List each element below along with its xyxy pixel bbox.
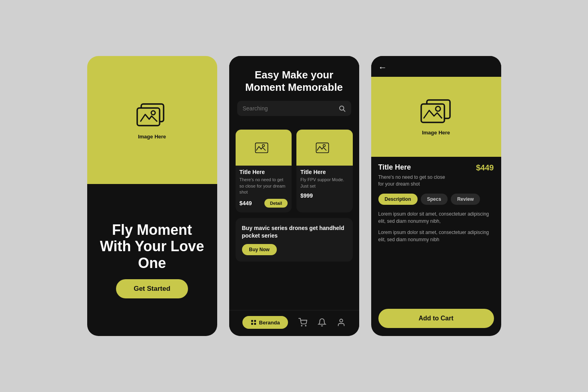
svg-rect-1 [137,108,160,126]
detail-body: Title Here There's no need to get so clo… [371,157,501,304]
add-to-cart-button[interactable]: Add to Cart [378,309,494,328]
splash-image-label: Image Here [138,134,166,140]
svg-point-13 [301,325,302,326]
tabs-row: Description Specs Review [378,194,494,205]
svg-point-14 [305,325,306,326]
detail-short-desc: There's no need to get so close for your… [378,174,446,188]
svg-rect-11 [251,323,253,325]
splash-tagline: Fly MomentWith Your LoveOne [100,222,204,271]
grid-icon [250,319,257,326]
detail-title-row: Title Here There's no need to get so clo… [378,163,494,188]
tab-description[interactable]: Description [378,194,418,205]
product-card-1-detail-button[interactable]: Detail [264,199,288,208]
svg-point-15 [340,319,343,322]
detail-hero: Image Here [371,77,501,157]
tab-review[interactable]: Review [451,194,480,205]
product-card-1-title: Title Here [240,169,288,175]
product-card-2-desc: Fly FPV suppor Mode. Just set [300,177,349,189]
product-card-2-body: Title Here Fly FPV suppor Mode. Just set [296,166,353,189]
detail-footer: Add to Cart [371,304,501,336]
back-button[interactable]: ← [378,62,387,73]
product-card-2: Title Here Fly FPV suppor Mode. Just set… [296,130,353,212]
svg-rect-9 [251,320,253,322]
bottom-nav: Beranda [229,310,359,336]
product-card-1-price: $449 [240,200,252,206]
tab-specs[interactable]: Specs [421,194,448,205]
home-header: Easy Make yourMoment Memorable [229,56,359,124]
detail-product-title: Title Here [378,163,446,172]
splash-content: Fly MomentWith Your LoveOne Get Started [87,184,217,336]
splash-hero: Image Here [87,56,217,184]
detail-left: Title Here There's no need to get so clo… [378,163,446,188]
user-icon[interactable] [337,318,346,327]
detail-image-icon [418,98,454,126]
bell-icon[interactable] [318,318,326,327]
promo-banner: Buy mavic series drones get handheld poc… [236,218,353,262]
search-input[interactable] [243,105,335,112]
splash-image-icon [134,101,170,129]
product-card-1-body: Title Here There's no need to get so clo… [236,166,292,195]
product-card-2-footer: $999 [296,189,353,199]
product-card-2-price: $999 [300,192,313,199]
svg-rect-5 [255,143,268,153]
svg-rect-7 [316,143,329,153]
home-header-title: Easy Make yourMoment Memorable [237,69,351,94]
promo-banner-text: Buy mavic series drones get handheld poc… [242,224,346,240]
product-card-1: Title Here There's no need to get so clo… [236,130,292,212]
product-card-2-title: Title Here [300,169,349,175]
nav-beranda-label: Beranda [259,320,280,326]
search-icon [338,105,346,112]
product-card-1-footer: $449 Detail [236,196,292,208]
svg-rect-17 [421,104,444,122]
cart-icon[interactable] [298,318,307,327]
detail-price: $449 [476,163,494,172]
product-card-2-image [296,130,353,166]
detail-image-label: Image Here [422,130,450,136]
product-card-1-desc: There's no need to get so close for your… [240,177,288,195]
buy-now-button[interactable]: Buy Now [242,244,277,255]
get-started-button[interactable]: Get Started [116,279,188,298]
svg-rect-10 [254,320,256,322]
detail-lorem-1: Lorem ipsum dolor sit amet, consectetuer… [378,210,494,225]
search-bar[interactable] [237,101,351,116]
detail-screen: ← Image Here Title Here There's no need … [371,56,501,336]
detail-top-bar: ← [371,56,501,77]
nav-beranda-button[interactable]: Beranda [242,316,288,329]
svg-rect-12 [254,323,256,325]
product-card-1-image [236,130,292,166]
splash-screen: Image Here Fly MomentWith Your LoveOne G… [87,56,217,336]
detail-lorem-2: Lorem ipsum dolor sit amet, consectetuer… [378,229,494,243]
product-grid: Title Here There's no need to get so clo… [236,130,353,212]
home-body: Title Here There's no need to get so clo… [229,124,359,310]
svg-line-4 [343,110,345,112]
home-screen: Easy Make yourMoment Memorable Title [229,56,359,336]
